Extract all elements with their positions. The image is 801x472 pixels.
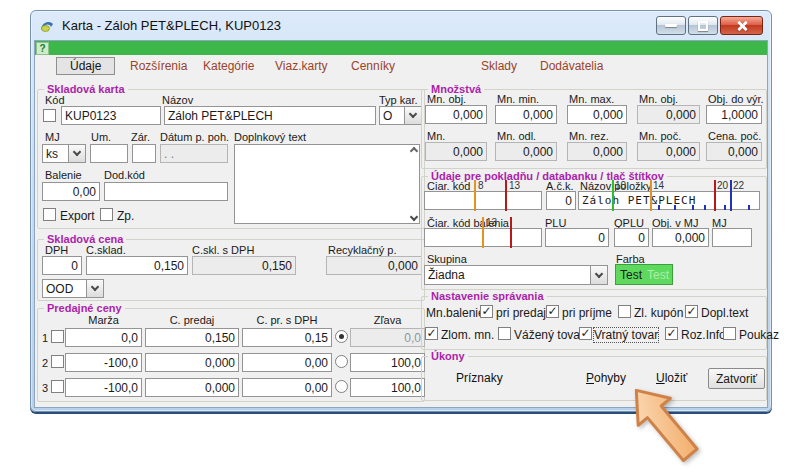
zl-kupon-checkbox[interactable] (618, 305, 631, 318)
chevron-down-icon (86, 280, 103, 297)
zp-checkbox[interactable] (100, 208, 113, 221)
vazeny-tovar-checkbox[interactable] (498, 327, 511, 340)
dph-field[interactable]: 0 (42, 256, 82, 275)
ruler-line-orange (482, 217, 484, 248)
obj-v-mj-field[interactable]: 0,000 (652, 228, 709, 247)
farba-button[interactable]: Test Test (615, 264, 673, 285)
tab-viaz-karty[interactable]: Viaz.karty (275, 59, 327, 73)
maximize-button[interactable] (688, 16, 718, 35)
tab-sklady[interactable]: Sklady (481, 59, 517, 73)
recyklacny-field[interactable]: 0,000 (326, 256, 422, 275)
zlom-mn-checkbox[interactable] (425, 327, 438, 340)
marza-field-1[interactable]: 0,0 (65, 328, 142, 347)
nazov-field[interactable]: Záloh PET&PLECH (164, 106, 376, 125)
typ-kar-select[interactable]: O (379, 106, 422, 125)
c-pr-s-dph-field-1[interactable]: 0,15 (242, 328, 332, 347)
zlava-field-2[interactable]: 100,0 (350, 353, 425, 372)
close-button[interactable] (720, 16, 763, 35)
mj-select[interactable]: ks (42, 144, 86, 163)
mn-max-field[interactable]: 0,000 (567, 105, 627, 124)
mn-obj-field[interactable]: 0,000 (425, 105, 487, 124)
price-row1-checkbox[interactable] (51, 330, 64, 343)
pri-predaji-checkbox[interactable] (480, 305, 493, 318)
mn-rez-field[interactable]: 0,000 (567, 142, 627, 161)
marza-field-2[interactable]: -100,0 (65, 353, 142, 372)
mn-min-field[interactable]: 0,000 (495, 105, 557, 124)
tab-rozsirenia[interactable]: Rozšírenia (130, 59, 187, 73)
ciar-kod-field[interactable] (424, 191, 542, 210)
scroll-up-icon[interactable] (410, 147, 418, 155)
priznaky-button[interactable]: Príznaky (456, 371, 503, 385)
pri-prijme-checkbox[interactable] (546, 305, 559, 318)
window-controls (656, 16, 763, 35)
cena-poc-field[interactable]: 0,000 (706, 142, 762, 161)
export-checkbox[interactable] (43, 208, 56, 221)
c-skl-s-dph-label: C.skl. s DPH (192, 244, 254, 256)
mn-odl-field[interactable]: 0,000 (495, 142, 557, 161)
mn-obj-label: Mn. obj. (427, 93, 466, 105)
skupina-label: Skupina (427, 253, 467, 265)
c-sklad-field[interactable]: 0,150 (86, 256, 188, 275)
mn-odl-label: Mn. odl. (497, 130, 536, 142)
tab-kategorie[interactable]: Kategórie (203, 59, 254, 73)
minimize-button[interactable] (656, 16, 686, 35)
price-row1-radio[interactable] (335, 330, 348, 343)
typ-kar-label: Typ kar. (379, 94, 418, 106)
c-pr-s-dph-field-3[interactable]: 0,00 (242, 378, 332, 397)
c-pr-s-dph-field-2[interactable]: 0,00 (242, 353, 332, 372)
ulozit-button[interactable]: Uložiť (656, 371, 687, 385)
datum-p-poh-field[interactable]: . . (160, 144, 228, 163)
tab-udaje[interactable]: Údaje (56, 57, 115, 75)
price-row3-radio[interactable] (335, 380, 348, 393)
obj-do-vyr-field[interactable]: 1,0000 (706, 105, 762, 124)
tab-dodavatelia[interactable]: Dodávatelia (540, 59, 603, 73)
mn-field[interactable]: 0,000 (425, 142, 487, 161)
dod-kod-field[interactable] (104, 182, 228, 201)
help-button[interactable]: ? (36, 42, 49, 55)
nazov-polozky-field[interactable]: Záloh PET&PLECH (578, 191, 760, 210)
kod-checkbox[interactable] (43, 109, 56, 122)
scroll-down-icon[interactable] (410, 213, 418, 221)
zlava-field-3[interactable]: 100,0 (350, 378, 425, 397)
ruler-line-red (510, 217, 512, 248)
c-predaj-field-3[interactable]: 0,000 (145, 378, 239, 397)
price-row2-checkbox[interactable] (51, 355, 64, 368)
zatvorit-button[interactable]: Zatvoriť (708, 368, 765, 389)
zar-field[interactable] (132, 144, 156, 163)
mj2-field[interactable] (712, 228, 752, 247)
mj-label: MJ (45, 131, 60, 143)
datum-p-poh-label: Dátum p. poh. (160, 131, 229, 143)
pohyby-button[interactable]: Pohyby (586, 371, 626, 385)
dialog-content: Údaje Rozšírenia Kategórie Viaz.karty Ce… (35, 56, 767, 407)
balenie-field[interactable]: 0,00 (42, 182, 100, 201)
plu-field[interactable]: 0 (545, 228, 609, 247)
window-title: Karta - Záloh PET&PLECH, KUP0123 (62, 18, 281, 33)
close-icon (736, 20, 748, 32)
pri-predaji-label: pri predaji (496, 306, 549, 320)
zlava-field-1[interactable]: 0,0 (350, 328, 425, 347)
qplu-field[interactable]: 0 (614, 228, 649, 247)
c-skl-s-dph-field[interactable]: 0,150 (192, 256, 296, 275)
price-row3-checkbox[interactable] (51, 380, 64, 393)
doplnkovy-text-area[interactable] (234, 144, 420, 224)
ruler-mark-13b: 13 (486, 217, 497, 228)
skupina-select[interactable]: Žiadna (424, 265, 608, 285)
c-pr-s-dph-header: C. pr. s DPH (242, 314, 332, 326)
ood-select[interactable]: OOD (42, 279, 104, 298)
vratny-tovar-checkbox[interactable] (579, 327, 592, 340)
um-field[interactable] (90, 144, 128, 163)
title-bar[interactable]: Karta - Záloh PET&PLECH, KUP0123 (31, 11, 771, 40)
poukaz-checkbox[interactable] (723, 327, 736, 340)
tab-cenniky[interactable]: Cenníky (351, 59, 395, 73)
roz-info-checkbox[interactable] (665, 327, 678, 340)
c-predaj-field-2[interactable]: 0,000 (145, 353, 239, 372)
chevron-down-icon (404, 107, 421, 124)
mn-poc-field[interactable]: 0,000 (637, 142, 700, 161)
mn-obj2-field[interactable]: 0,000 (637, 105, 700, 124)
c-predaj-field-1[interactable]: 0,150 (145, 328, 239, 347)
ack-field[interactable]: 0 (546, 191, 576, 210)
kod-field[interactable]: KUP0123 (61, 106, 161, 125)
price-row2-radio[interactable] (335, 355, 348, 368)
dopl-text-checkbox[interactable] (685, 305, 698, 318)
marza-field-3[interactable]: -100,0 (65, 378, 142, 397)
